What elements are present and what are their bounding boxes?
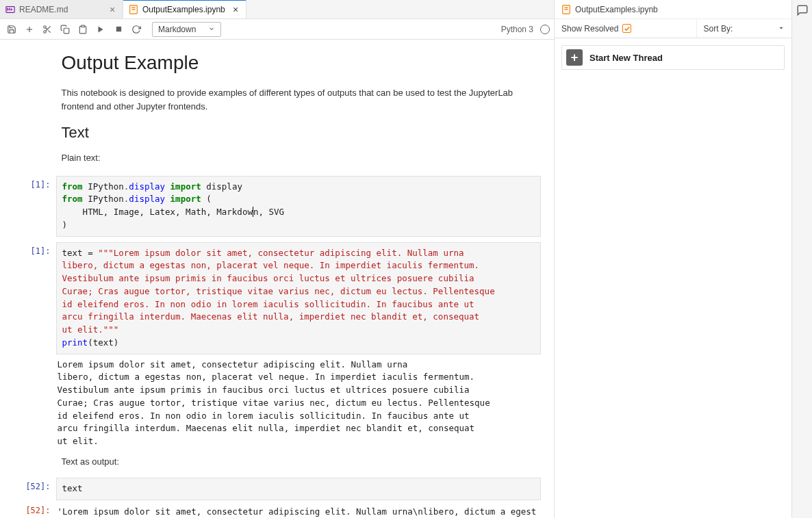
out-prompt: [52]:	[14, 502, 56, 518]
sort-by-label: Sort By:	[704, 24, 733, 34]
new-thread-label: Start New Thread	[589, 53, 663, 63]
svg-rect-12	[81, 25, 85, 27]
restart-button[interactable]	[129, 22, 144, 37]
code-input[interactable]: from IPython.display import display from…	[56, 176, 541, 237]
svg-rect-17	[564, 9, 568, 10]
kernel-name[interactable]: Python 3	[501, 25, 537, 34]
svg-marker-13	[99, 26, 103, 32]
cut-button[interactable]	[40, 22, 55, 37]
intro-text: This notebook is designed to provide exa…	[62, 86, 533, 113]
in-prompt: [52]:	[14, 478, 56, 500]
sort-by-select[interactable]: Sort By:	[697, 19, 791, 38]
side-header: OutputExamples.ipynb	[555, 0, 791, 19]
markdown-cell-title[interactable]: Output Example This notebook is designed…	[14, 52, 541, 113]
threads-panel: OutputExamples.ipynb Show Resolved Sort …	[555, 0, 791, 518]
markdown-cell-text-as-output[interactable]: Text as output:	[14, 455, 541, 469]
svg-marker-18	[780, 27, 783, 29]
svg-point-7	[44, 30, 47, 33]
markdown-icon	[5, 5, 15, 14]
right-rail	[791, 0, 812, 518]
insert-cell-button[interactable]	[22, 22, 37, 37]
svg-rect-3	[131, 9, 135, 10]
notebook-icon	[561, 5, 571, 14]
svg-line-9	[48, 30, 50, 32]
svg-rect-14	[116, 27, 120, 31]
chat-icon[interactable]	[796, 4, 809, 18]
notebook-body[interactable]: Output Example This notebook is designed…	[0, 40, 554, 518]
svg-rect-2	[131, 8, 135, 8]
output-cell: [52]: 'Lorem ipsum dolor sit amet, conse…	[14, 502, 541, 518]
code-input[interactable]: text	[56, 478, 541, 500]
markdown-cell-text-heading[interactable]: Text Plain text:	[14, 124, 541, 165]
code-cell[interactable]: [52]: text	[14, 478, 541, 500]
cell-type-label: Markdown	[158, 25, 196, 34]
paste-button[interactable]	[75, 22, 90, 37]
plus-icon: +	[566, 49, 583, 66]
caret-down-icon	[778, 24, 785, 34]
side-title: OutputExamples.ipynb	[575, 5, 658, 14]
chevron-down-icon	[208, 25, 215, 34]
tab-readme[interactable]: README.md ×	[0, 0, 123, 18]
stdout-output: Lorem ipsum dolor sit amet, consectetur …	[56, 354, 541, 450]
exec-result: 'Lorem ipsum dolor sit amet, consectetur…	[56, 502, 541, 518]
tab-outputexamples[interactable]: OutputExamples.ipynb ×	[123, 0, 246, 18]
notebook-icon	[129, 5, 138, 14]
tab-bar: README.md × OutputExamples.ipynb ×	[0, 0, 554, 19]
plain-label: Plain text:	[62, 151, 533, 165]
start-new-thread-button[interactable]: + Start New Thread	[561, 45, 785, 70]
tab-label: README.md	[19, 5, 103, 14]
code-input[interactable]: text = """Lorem ipsum dolor sit amet, co…	[56, 242, 541, 354]
run-button[interactable]	[93, 22, 108, 37]
svg-rect-11	[64, 28, 69, 34]
close-icon[interactable]: ×	[107, 5, 117, 14]
in-prompt: [1]:	[14, 176, 56, 237]
close-icon[interactable]: ×	[231, 5, 240, 14]
in-prompt: [1]:	[14, 242, 56, 450]
notebook-toolbar: Markdown Python 3	[0, 19, 554, 40]
page-title: Output Example	[62, 52, 533, 74]
interrupt-button[interactable]	[111, 22, 126, 37]
show-resolved-checkbox[interactable]	[622, 24, 631, 33]
main-panel: README.md × OutputExamples.ipynb × Markd…	[0, 0, 555, 518]
kernel-status-icon[interactable]	[540, 25, 550, 34]
code-cell[interactable]: [1]: text = """Lorem ipsum dolor sit ame…	[14, 242, 541, 450]
show-resolved-label: Show Resolved	[561, 24, 618, 34]
svg-rect-16	[564, 7, 568, 8]
tab-label: OutputExamples.ipynb	[142, 5, 227, 14]
save-button[interactable]	[4, 22, 19, 37]
code-cell[interactable]: [1]: from IPython.display import display…	[14, 176, 541, 237]
side-filter: Show Resolved Sort By:	[555, 19, 791, 38]
svg-line-10	[46, 27, 47, 29]
text-heading: Text	[62, 124, 533, 142]
copy-button[interactable]	[58, 22, 73, 37]
svg-point-6	[44, 25, 47, 28]
cell-type-select[interactable]: Markdown	[152, 22, 221, 37]
text-as-output-label: Text as output:	[62, 455, 533, 469]
